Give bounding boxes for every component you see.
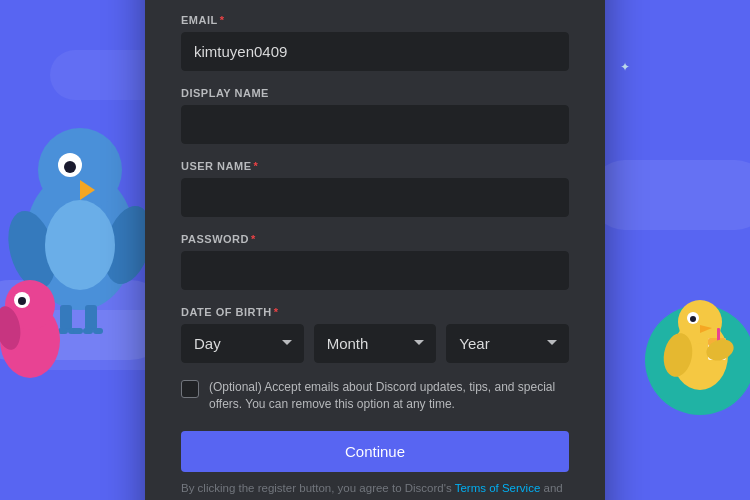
display-name-field-group: DISPLAY NAME [181, 87, 569, 144]
svg-rect-14 [93, 328, 103, 334]
password-required: * [251, 233, 256, 245]
dob-row: Day1234567891011121314151617181920212223… [181, 324, 569, 363]
email-label: EMAIL* [181, 14, 569, 26]
svg-point-15 [45, 200, 115, 290]
username-input[interactable] [181, 178, 569, 217]
tos-text: By clicking the register button, you agr… [181, 480, 569, 500]
dob-required: * [274, 306, 279, 318]
svg-rect-13 [83, 328, 93, 334]
dob-label: DATE OF BIRTH* [181, 306, 569, 318]
svg-point-28 [690, 316, 696, 322]
email-opt-in-row: (Optional) Accept emails about Discord u… [181, 379, 569, 413]
email-required: * [220, 14, 225, 26]
display-name-label: DISPLAY NAME [181, 87, 569, 99]
password-field-group: PASSWORD* [181, 233, 569, 290]
dob-month-select[interactable]: MonthJanuaryFebruaryMarchAprilMayJuneJul… [314, 324, 437, 363]
dob-field-group: DATE OF BIRTH* Day1234567891011121314151… [181, 306, 569, 363]
display-name-input[interactable] [181, 105, 569, 144]
dob-year-select[interactable]: Year202420232022201020001995199019851980 [446, 324, 569, 363]
svg-rect-7 [60, 305, 72, 330]
email-opt-in-checkbox[interactable] [181, 380, 199, 398]
username-required: * [254, 160, 259, 172]
svg-point-19 [18, 297, 26, 305]
email-field-group: EMAIL* [181, 14, 569, 71]
sparkle-small-icon: ✦ [620, 60, 630, 74]
username-field-group: USER NAME* [181, 160, 569, 217]
dob-day-select[interactable]: Day1234567891011121314151617181920212223… [181, 324, 304, 363]
continue-button[interactable]: Continue [181, 431, 569, 472]
username-label: USER NAME* [181, 160, 569, 172]
svg-point-4 [64, 161, 76, 173]
create-account-modal: Create Account EMAIL* DISPLAY NAME USER … [145, 0, 605, 500]
svg-rect-12 [73, 328, 83, 334]
email-input[interactable] [181, 32, 569, 71]
password-input[interactable] [181, 251, 569, 290]
password-label: PASSWORD* [181, 233, 569, 245]
svg-rect-8 [85, 305, 97, 330]
terms-of-service-link[interactable]: Terms of Service [455, 482, 541, 494]
right-character [620, 200, 750, 420]
email-opt-in-label: (Optional) Accept emails about Discord u… [209, 379, 569, 413]
